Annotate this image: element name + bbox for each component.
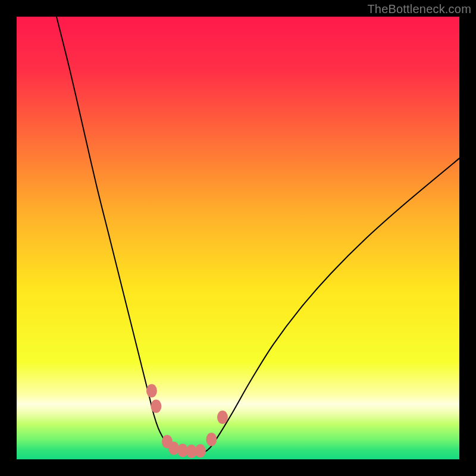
marker-m8 — [206, 433, 217, 446]
chart-background — [17, 17, 459, 459]
marker-m1 — [146, 384, 157, 397]
marker-m2 — [151, 399, 161, 413]
bottleneck-chart — [17, 17, 459, 459]
chart-frame — [17, 17, 459, 459]
marker-m9 — [217, 411, 228, 424]
watermark-text: TheBottleneck.com — [367, 2, 471, 16]
marker-m4 — [168, 441, 179, 455]
marker-m7 — [195, 444, 206, 458]
